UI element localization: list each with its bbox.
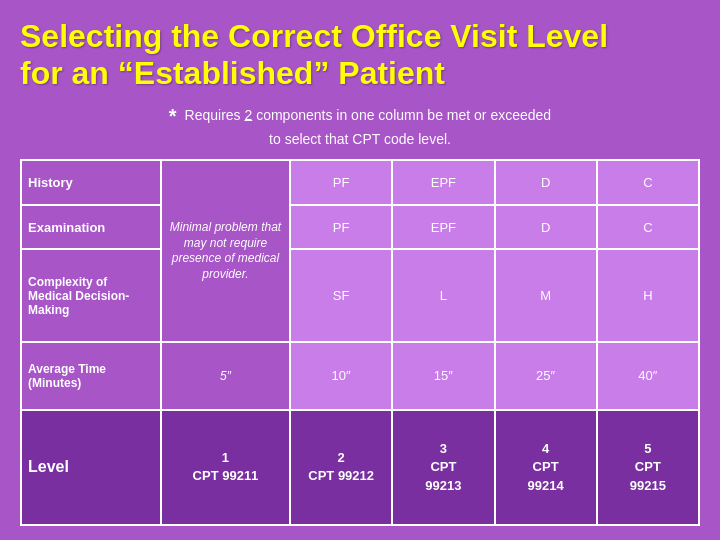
cell-h: H <box>597 249 699 342</box>
row-label-level: Level <box>21 410 161 525</box>
cell-c-2: C <box>597 205 699 250</box>
main-table: History Minimal problem that may not req… <box>20 159 700 526</box>
cell-d-1: D <box>495 160 597 205</box>
cell-d-2: D <box>495 205 597 250</box>
page: Selecting the Correct Office Visit Level… <box>0 0 720 540</box>
table-row: Examination PF EPF D C <box>21 205 699 250</box>
cell-sf: SF <box>290 249 392 342</box>
cell-pf-2: PF <box>290 205 392 250</box>
cell-level-2: 2CPT 99212 <box>290 410 392 525</box>
cell-time-2: 10″ <box>290 342 392 410</box>
row-label-complexity: Complexity of Medical Decision-Making <box>21 249 161 342</box>
cell-m: M <box>495 249 597 342</box>
cell-time-4: 25″ <box>495 342 597 410</box>
subtitle: * Requires 2 components in one column be… <box>20 102 700 150</box>
cell-time-3: 15″ <box>392 342 494 410</box>
table-row: History Minimal problem that may not req… <box>21 160 699 205</box>
cell-level-3: 3CPT99213 <box>392 410 494 525</box>
cell-pf-1: PF <box>290 160 392 205</box>
cell-level-5: 5CPT99215 <box>597 410 699 525</box>
table-row: Complexity of Medical Decision-Making SF… <box>21 249 699 342</box>
row-label-history: History <box>21 160 161 205</box>
table-row-level: Level 1CPT 99211 2CPT 99212 3CPT99213 4C… <box>21 410 699 525</box>
cell-l: L <box>392 249 494 342</box>
cell-c-1: C <box>597 160 699 205</box>
page-title: Selecting the Correct Office Visit Level… <box>20 18 700 92</box>
cell-epf-2: EPF <box>392 205 494 250</box>
cell-time-1: 5″ <box>161 342 290 410</box>
cell-epf-1: EPF <box>392 160 494 205</box>
cell-time-5: 40″ <box>597 342 699 410</box>
cell-level-4: 4CPT99214 <box>495 410 597 525</box>
row-label-time: Average Time (Minutes) <box>21 342 161 410</box>
row-label-examination: Examination <box>21 205 161 250</box>
table-row: Average Time (Minutes) 5″ 10″ 15″ 25″ 40… <box>21 342 699 410</box>
asterisk: * <box>169 105 177 127</box>
note-cell: Minimal problem that may not require pre… <box>161 160 290 342</box>
cell-level-1: 1CPT 99211 <box>161 410 290 525</box>
